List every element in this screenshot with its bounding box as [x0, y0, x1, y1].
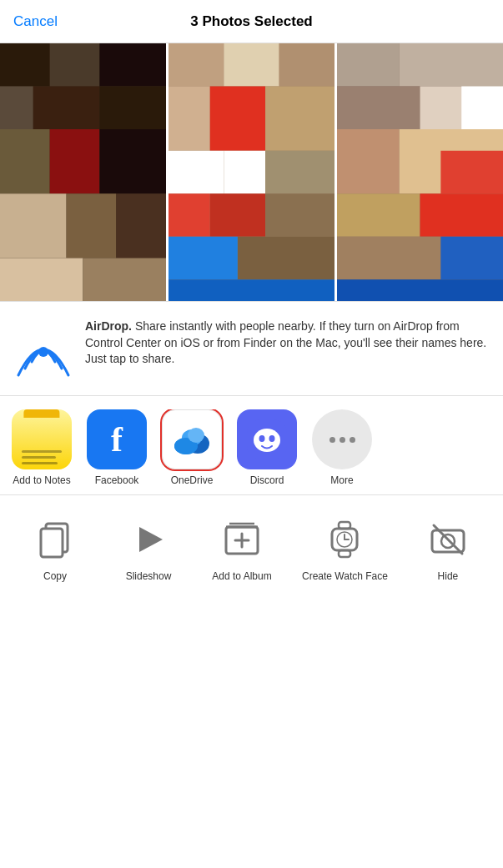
- svg-point-54: [269, 435, 275, 442]
- svg-rect-20: [210, 87, 265, 151]
- photo-thumb-1[interactable]: [0, 43, 166, 301]
- notes-lines: [22, 450, 62, 464]
- svg-rect-14: [83, 258, 167, 302]
- play-icon: [124, 515, 173, 564]
- action-slideshow[interactable]: Slideshow: [115, 515, 182, 584]
- svg-rect-28: [169, 237, 238, 280]
- svg-rect-18: [279, 43, 334, 87]
- facebook-label: Facebook: [95, 474, 139, 486]
- svg-rect-2: [50, 43, 100, 87]
- onedrive-label: OneDrive: [171, 474, 214, 486]
- svg-rect-10: [0, 193, 67, 258]
- share-app-more[interactable]: More: [309, 409, 375, 486]
- actions-section: Copy Slideshow: [0, 495, 503, 592]
- photo-thumb-3[interactable]: [334, 43, 503, 301]
- photos-strip: [0, 43, 503, 302]
- more-icon-wrap: [312, 409, 372, 469]
- svg-rect-30: [169, 279, 334, 301]
- watch-icon: [320, 515, 369, 564]
- copy-icon: [31, 515, 79, 564]
- svg-rect-44: [337, 279, 503, 301]
- svg-rect-23: [224, 151, 265, 194]
- svg-marker-57: [139, 527, 163, 552]
- action-create-watch-face[interactable]: Create Watch Face: [302, 515, 388, 584]
- airdrop-section: AirDrop. Share instantly with people nea…: [0, 302, 503, 396]
- action-copy[interactable]: Copy: [22, 515, 88, 584]
- share-app-discord[interactable]: Discord: [234, 409, 300, 486]
- photo-thumb-2[interactable]: [166, 43, 334, 301]
- svg-rect-24: [265, 151, 334, 194]
- svg-rect-56: [41, 529, 63, 557]
- svg-rect-37: [337, 129, 400, 193]
- add-to-album-label: Add to Album: [212, 570, 271, 584]
- svg-rect-1: [0, 43, 50, 87]
- svg-rect-41: [420, 193, 504, 237]
- svg-rect-40: [337, 193, 420, 237]
- hide-label: Hide: [438, 570, 459, 584]
- action-hide[interactable]: Hide: [415, 515, 481, 584]
- slideshow-label: Slideshow: [126, 570, 172, 584]
- svg-rect-21: [265, 87, 334, 151]
- more-label: More: [330, 474, 353, 486]
- svg-point-53: [259, 435, 265, 442]
- share-app-facebook[interactable]: f Facebook: [83, 409, 150, 486]
- svg-rect-39: [440, 151, 503, 194]
- more-icon: [312, 409, 372, 469]
- svg-rect-8: [50, 129, 100, 193]
- svg-rect-43: [440, 237, 503, 280]
- add-album-icon: [218, 515, 266, 564]
- svg-rect-3: [99, 43, 166, 87]
- svg-rect-19: [169, 87, 210, 151]
- share-app-notes[interactable]: Add to Notes: [8, 409, 75, 486]
- create-watch-face-label: Create Watch Face: [302, 570, 388, 584]
- facebook-icon: f: [87, 409, 147, 469]
- airdrop-description: AirDrop. Share instantly with people nea…: [85, 319, 490, 368]
- header: Cancel 3 Photos Selected: [0, 0, 503, 43]
- svg-rect-34: [337, 87, 420, 130]
- svg-rect-6: [99, 87, 166, 130]
- svg-rect-9: [99, 129, 166, 193]
- actions-row: Copy Slideshow: [0, 515, 503, 584]
- cancel-button[interactable]: Cancel: [13, 13, 58, 30]
- notes-label: Add to Notes: [13, 474, 70, 486]
- onedrive-icon: [162, 409, 222, 469]
- svg-point-50: [188, 428, 204, 443]
- airdrop-body: Share instantly with people nearby. If t…: [85, 319, 486, 365]
- svg-rect-12: [116, 193, 166, 258]
- discord-icon: [237, 409, 297, 469]
- svg-rect-29: [238, 237, 334, 280]
- notes-icon-wrap: [12, 409, 72, 469]
- svg-rect-4: [0, 87, 33, 130]
- svg-rect-25: [169, 193, 210, 237]
- action-add-to-album[interactable]: Add to Album: [209, 515, 275, 584]
- hide-icon: [424, 515, 472, 564]
- facebook-icon-wrap: f: [87, 409, 147, 469]
- notes-tab: [23, 409, 59, 418]
- svg-rect-42: [337, 237, 440, 280]
- svg-rect-22: [169, 151, 224, 194]
- svg-rect-26: [210, 193, 265, 237]
- page-title: 3 Photos Selected: [190, 13, 312, 30]
- share-app-onedrive[interactable]: OneDrive: [158, 409, 225, 486]
- svg-rect-13: [0, 258, 83, 302]
- svg-rect-27: [265, 193, 334, 237]
- copy-label: Copy: [43, 570, 67, 584]
- svg-rect-5: [33, 87, 100, 130]
- svg-rect-32: [337, 43, 400, 87]
- airdrop-title: AirDrop.: [85, 319, 132, 333]
- notes-icon: [12, 409, 72, 469]
- svg-rect-33: [400, 43, 503, 87]
- share-apps-section: Add to Notes f Facebook: [0, 396, 503, 495]
- onedrive-icon-wrap: [162, 409, 222, 469]
- svg-rect-17: [224, 43, 279, 87]
- svg-rect-16: [169, 43, 224, 87]
- svg-rect-36: [461, 87, 503, 130]
- svg-rect-11: [67, 193, 117, 258]
- share-apps-row: Add to Notes f Facebook: [0, 409, 503, 486]
- airdrop-icon: [13, 319, 73, 379]
- discord-label: Discord: [250, 474, 284, 486]
- svg-rect-7: [0, 129, 50, 193]
- discord-icon-wrap: [237, 409, 297, 469]
